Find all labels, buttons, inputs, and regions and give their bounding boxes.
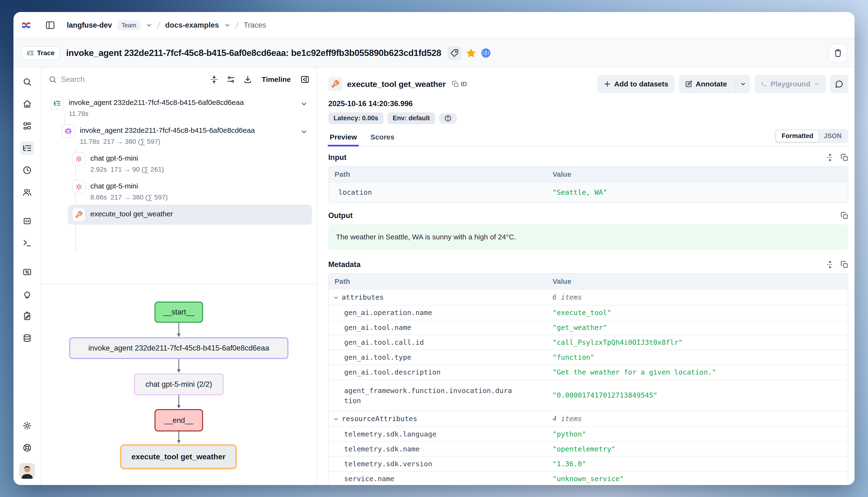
metadata-group-attributes[interactable]: attributes 6 items (329, 289, 848, 305)
view-toggle: Formatted JSON (775, 129, 848, 143)
generation-sparkle-icon (72, 180, 85, 194)
graph-node-end[interactable]: __end__ (154, 409, 203, 431)
breadcrumb: langfuse-dev Team / docs-examples / Trac… (67, 20, 266, 30)
expand-rows-icon[interactable] (826, 261, 834, 268)
graph-node-invoke-agent[interactable]: invoke_agent 232de211-7fcf-45c8-b415-6af… (69, 337, 288, 359)
breadcrumb-separator: / (156, 20, 161, 30)
output-section-header: Output (328, 211, 848, 220)
tree-row-generation-1[interactable]: chat gpt-5-mini 2.92s 171 → 90 (∑ 261) (68, 149, 312, 177)
copy-icon[interactable] (841, 212, 848, 219)
breadcrumb-project[interactable]: docs-examples (165, 21, 219, 30)
graph-node-chat[interactable]: chat gpt-5-mini (2/2) (134, 373, 224, 395)
chevron-down-icon (333, 295, 339, 301)
annotate-button[interactable]: Annotate (679, 75, 732, 93)
info-icon[interactable] (439, 113, 457, 124)
toggle-json[interactable]: JSON (818, 130, 847, 142)
top-navigation-bar: langfuse-dev Team / docs-examples / Trac… (13, 12, 855, 39)
chevron-down-icon (333, 416, 339, 422)
annotate-dropdown-chevron[interactable] (735, 75, 750, 93)
chevron-down-icon[interactable] (300, 97, 307, 108)
trace-type-badge: Trace (22, 46, 60, 60)
collapse-all-icon[interactable] (210, 75, 218, 84)
breadcrumb-separator: / (235, 20, 239, 30)
datasets-database-icon[interactable] (20, 331, 34, 345)
copy-icon[interactable] (841, 154, 848, 161)
metadata-col-value: Value (547, 274, 848, 289)
metadata-group-resource-attributes[interactable]: resourceAttributes 4 items (329, 411, 848, 426)
delete-trace-button[interactable] (829, 44, 847, 62)
list-tree-icon (51, 97, 64, 110)
search-icon (49, 75, 57, 84)
tree-row-meta: 2.92s 171 → 90 (∑ 261) (91, 166, 164, 173)
support-lifebuoy-icon[interactable] (20, 441, 34, 455)
chevron-down-icon[interactable] (300, 124, 307, 136)
graph-edge-arrow (175, 323, 183, 338)
trace-title-icons (447, 46, 491, 60)
detail-content: Input Path Value (328, 146, 848, 485)
chevron-down-icon[interactable] (146, 22, 152, 28)
breadcrumb-org[interactable]: langfuse-dev (67, 21, 112, 30)
insights-lightbulb-icon[interactable] (20, 287, 34, 301)
input-table: Path Value location "Seattle, WA" (328, 166, 848, 203)
chevron-down-icon[interactable] (224, 22, 231, 28)
prompts-file-code-icon[interactable] (20, 214, 34, 228)
sidebar-toggle-icon[interactable] (45, 20, 55, 30)
download-icon[interactable] (244, 75, 252, 84)
metadata-row: gen_ai.tool.call.id"call_PsylzxTpQh4i0OI… (329, 335, 848, 350)
metadata-row: gen_ai.tool.name"get_weather" (329, 320, 848, 335)
users-icon[interactable] (20, 185, 34, 199)
timeline-toggle-label[interactable]: Timeline (262, 75, 291, 84)
globe-public-icon[interactable] (481, 48, 491, 58)
tree-search-input[interactable] (61, 75, 202, 84)
tree-row-generation-2[interactable]: chat gpt-5-mini 8.86s 217 → 380 (∑ 597) (68, 177, 312, 204)
metadata-table: Path Value attributes 6 items gen_ai.ope… (328, 273, 848, 485)
trace-header-bar: Trace invoke_agent 232de211-7fcf-45c8-b4… (13, 39, 855, 68)
expand-rows-icon[interactable] (826, 154, 834, 161)
pen-square-icon (685, 81, 692, 88)
copy-icon[interactable] (841, 261, 848, 268)
tab-preview[interactable]: Preview (328, 133, 358, 146)
playground-terminal-icon[interactable] (20, 236, 34, 250)
sessions-clock-icon[interactable] (20, 163, 34, 177)
breadcrumb-section[interactable]: Traces (244, 21, 266, 30)
detail-header: execute_tool get_weather ID Add to datas… (328, 74, 848, 94)
dashboards-icon[interactable] (20, 119, 34, 133)
toggle-formatted[interactable]: Formatted (776, 130, 818, 142)
input-col-value: Value (547, 167, 848, 182)
input-row: location "Seattle, WA" (329, 182, 848, 202)
home-icon[interactable] (20, 97, 34, 111)
copy-icon (452, 81, 459, 87)
settings-gear-icon[interactable] (20, 419, 34, 432)
metadata-row: agent_framework.function.invocation.dura… (329, 379, 848, 411)
playground-button[interactable]: Playground (754, 75, 826, 93)
metadata-row: telemetry.sdk.version"1.36.0" (329, 456, 848, 471)
copy-id-control[interactable]: ID (452, 81, 467, 88)
annotation-clipboard-pen-icon[interactable] (20, 309, 34, 323)
tree-search (49, 75, 202, 84)
graph-node-execute-tool[interactable]: execute_tool get_weather (120, 444, 237, 469)
tracing-icon[interactable] (20, 141, 34, 155)
list-tree-icon (27, 49, 34, 57)
user-avatar[interactable] (19, 463, 35, 479)
tree-row-label: execute_tool get_weather (91, 208, 173, 218)
tag-icon[interactable] (447, 46, 461, 60)
comments-button[interactable] (830, 75, 848, 93)
collapse-panel-icon[interactable] (300, 75, 309, 84)
tree-row-agent[interactable]: invoke_agent 232de211-7fcf-45c8-b415-6af… (57, 121, 312, 149)
tab-scores[interactable]: Scores (369, 133, 396, 146)
tree-row-meta: 11.78s (69, 110, 244, 118)
metadata-row: telemetry.sdk.name"opentelemetry" (329, 441, 848, 456)
tree-row-tool-selected[interactable]: execute_tool get_weather (68, 204, 312, 225)
badges-row: Latency: 0.00s Env: default (328, 112, 848, 124)
input-col-path: Path (329, 167, 547, 182)
id-label: ID (461, 81, 467, 88)
add-to-datasets-button[interactable]: Add to datasets (597, 75, 675, 93)
bookmark-star-icon[interactable] (466, 48, 476, 58)
main-area: Timeline invoke_agent 232de211-7fcf-45c8… (13, 68, 855, 485)
search-icon[interactable] (20, 75, 34, 89)
evaluation-percent-icon[interactable] (20, 265, 34, 279)
graph-node-start[interactable]: __start__ (154, 301, 203, 323)
tree-row-label: chat gpt-5-mini (91, 152, 164, 162)
display-settings-icon[interactable] (226, 75, 235, 84)
tree-row-trace[interactable]: invoke_agent 232de211-7fcf-45c8-b415-6af… (46, 93, 312, 121)
